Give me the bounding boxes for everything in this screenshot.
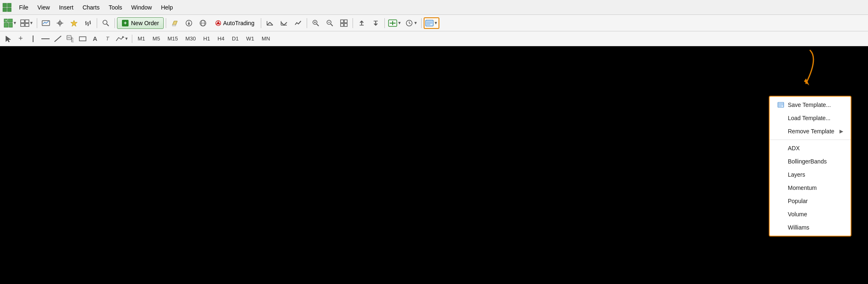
popular-icon — [777, 197, 785, 205]
svg-marker-31 — [172, 21, 177, 25]
svg-line-44 — [270, 22, 273, 25]
separator-3 — [114, 18, 115, 28]
tf-w1[interactable]: W1 — [243, 33, 258, 44]
globe-btn[interactable] — [196, 17, 210, 29]
new-order-button[interactable]: + New Order — [117, 17, 164, 29]
search-btn[interactable] — [99, 17, 112, 29]
sync-down-btn[interactable] — [369, 17, 382, 29]
zoom-out-btn[interactable] — [323, 17, 336, 29]
save-template-label: Save Template... — [788, 102, 831, 108]
menu-charts[interactable]: Charts — [79, 2, 104, 12]
svg-rect-12 — [25, 24, 29, 26]
chart-up-btn[interactable] — [263, 17, 277, 29]
layers-label: Layers — [788, 171, 805, 178]
svg-line-47 — [281, 22, 284, 25]
svg-rect-61 — [344, 24, 347, 26]
tf-d1[interactable]: D1 — [229, 33, 242, 44]
zoom-in-btn[interactable] — [309, 17, 322, 29]
svg-marker-42 — [216, 21, 220, 24]
template-williams-item[interactable]: Williams — [770, 221, 851, 234]
menu-help[interactable]: Help — [157, 2, 177, 12]
separator-5 — [261, 18, 261, 28]
template-dropdown-menu: Save Template... Load Template... Remove… — [769, 96, 851, 237]
svg-rect-5 — [8, 19, 12, 22]
tf-h1[interactable]: H1 — [200, 33, 214, 44]
svg-rect-6 — [4, 23, 8, 27]
download-btn[interactable] — [182, 17, 196, 29]
separator-6 — [307, 18, 307, 28]
template-layers-item[interactable]: Layers — [770, 168, 851, 181]
window-btn[interactable]: ▼ — [19, 17, 35, 29]
remove-template-icon — [777, 128, 785, 135]
submenu-arrow-icon: ▶ — [839, 128, 843, 134]
svg-rect-7 — [9, 23, 12, 27]
svg-rect-3 — [7, 8, 11, 12]
load-template-item[interactable]: Load Template... — [770, 111, 851, 125]
menu-file[interactable]: File — [15, 2, 33, 12]
tf-mn[interactable]: MN — [258, 33, 273, 44]
svg-line-71 — [409, 23, 410, 24]
menu-insert[interactable]: Insert — [55, 2, 78, 12]
tf-m15[interactable]: M15 — [164, 33, 181, 44]
momentum-icon — [777, 184, 785, 192]
diagonal-line-btn[interactable] — [52, 33, 64, 44]
vertical-line-btn[interactable] — [27, 33, 39, 44]
save-template-item[interactable]: Save Template... — [770, 98, 851, 111]
eraser-btn[interactable] — [168, 17, 181, 29]
tf-h4[interactable]: H4 — [214, 33, 228, 44]
tf-m5[interactable]: M5 — [149, 33, 163, 44]
add-indicator-btn[interactable]: ▼ — [387, 17, 403, 29]
svg-rect-1 — [7, 3, 11, 7]
text-btn[interactable]: A — [89, 33, 101, 44]
cursor-btn[interactable] — [2, 33, 14, 44]
save-template-icon — [777, 101, 785, 109]
svg-rect-2 — [3, 8, 7, 12]
text-line-btn[interactable]: T — [102, 33, 113, 44]
template-popular-item[interactable]: Popular — [770, 194, 851, 208]
svg-rect-60 — [341, 24, 343, 26]
fibo-btn[interactable]: ▼ — [114, 33, 130, 44]
tf-m1[interactable]: M1 — [134, 33, 148, 44]
svg-line-28 — [107, 24, 109, 26]
tf-m30[interactable]: M30 — [182, 33, 199, 44]
rectangle-btn[interactable] — [77, 33, 88, 44]
template-bollinger-item[interactable]: BollingerBands — [770, 155, 851, 168]
tf-separator-1 — [132, 35, 132, 43]
horizontal-line-btn[interactable] — [40, 33, 51, 44]
svg-line-52 — [317, 24, 319, 26]
template-volume-item[interactable]: Volume — [770, 208, 851, 221]
menu-window[interactable]: Window — [127, 2, 156, 12]
clock-btn[interactable]: ▼ — [403, 17, 419, 29]
remove-template-item[interactable]: Remove Template ▶ — [770, 125, 851, 138]
chart-line-btn[interactable] — [291, 17, 305, 29]
template-momentum-item[interactable]: Momentum — [770, 181, 851, 194]
app-logo — [2, 3, 12, 12]
adx-icon — [777, 144, 785, 152]
template-adx-item[interactable]: ADX — [770, 142, 851, 155]
menu-view[interactable]: View — [33, 2, 54, 12]
main-toolbar: + ▼ ▼ — [0, 15, 868, 31]
svg-rect-32 — [172, 25, 176, 26]
svg-rect-0 — [3, 3, 7, 7]
separator-2 — [97, 18, 97, 28]
menu-tools[interactable]: Tools — [105, 2, 126, 12]
grid-btn[interactable] — [337, 17, 351, 29]
star-btn[interactable] — [67, 17, 81, 29]
profile-btn[interactable] — [39, 17, 52, 29]
williams-icon — [777, 224, 785, 231]
template-button[interactable]: ▼ — [424, 17, 439, 29]
sync-up-btn[interactable] — [355, 17, 368, 29]
momentum-label: Momentum — [788, 185, 817, 191]
chart-down-btn[interactable] — [277, 17, 291, 29]
new-chart-button[interactable]: + ▼ — [2, 17, 18, 29]
remove-template-label: Remove Template — [788, 128, 835, 135]
cross-btn[interactable]: + — [15, 33, 26, 44]
crosshair-btn[interactable] — [53, 17, 67, 29]
drawing-toolbar: + E F A T — [0, 31, 868, 46]
separator-7 — [353, 18, 353, 28]
pen-btn[interactable]: E F — [64, 33, 76, 44]
autotrading-button[interactable]: AutoTrading — [210, 17, 259, 29]
chart-type-bar[interactable] — [81, 17, 95, 29]
svg-rect-11 — [21, 24, 24, 26]
popular-label: Popular — [788, 198, 808, 204]
